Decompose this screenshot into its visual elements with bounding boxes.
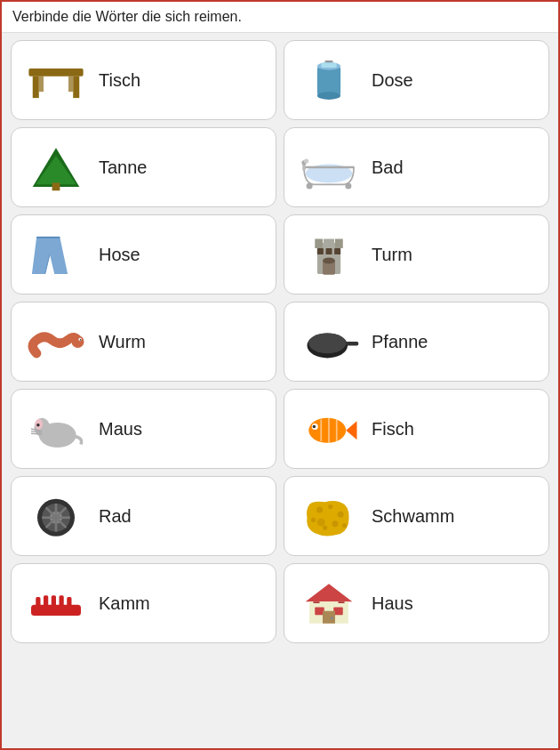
fisch-label: Fisch [372,419,414,440]
card-grid: Tisch Dose Tanne Bad [2,33,558,650]
card-tanne[interactable]: Tanne [11,127,276,207]
dose-label: Dose [372,70,413,91]
card-wurm[interactable]: Wurm [11,302,276,382]
svg-point-31 [72,335,84,348]
svg-point-16 [345,183,351,190]
svg-rect-1 [33,77,39,99]
card-fisch[interactable]: Fisch [284,389,549,469]
haus-label: Haus [372,593,413,614]
svg-rect-8 [321,63,337,68]
svg-rect-24 [335,239,343,249]
svg-marker-11 [36,156,76,184]
svg-rect-70 [60,595,64,606]
svg-rect-78 [314,601,320,603]
haus-icon [293,572,364,634]
bad-label: Bad [372,157,404,178]
svg-rect-71 [67,597,71,607]
card-hose[interactable]: Hose [11,214,276,294]
dose-icon [293,49,364,111]
hose-icon [20,223,92,286]
card-pfanne[interactable]: Pfanne [284,302,549,382]
svg-point-7 [317,92,340,100]
card-bad[interactable]: Bad [284,127,549,207]
svg-point-19 [304,158,308,163]
svg-rect-30 [326,248,332,254]
card-dose[interactable]: Dose [284,40,549,120]
bad-icon [293,136,364,198]
svg-line-43 [31,433,42,434]
svg-rect-29 [334,248,340,254]
rad-label: Rad [99,506,132,527]
svg-point-59 [328,504,332,509]
svg-point-44 [308,418,346,443]
hose-label: Hose [99,245,140,265]
svg-rect-5 [317,66,340,95]
rad-icon [20,485,92,547]
tisch-icon [20,49,92,111]
tisch-label: Tisch [99,70,140,91]
svg-rect-69 [52,595,56,606]
svg-point-63 [323,526,327,530]
instruction-text: Verbinde die Wörter die sich reimen. [12,9,242,24]
svg-rect-67 [36,597,40,607]
maus-label: Maus [99,419,142,440]
instruction-header: Verbinde die Wörter die sich reimen. [2,2,558,33]
card-kamm[interactable]: Kamm [11,563,276,643]
card-maus[interactable]: Maus [11,389,276,469]
fisch-icon [293,398,364,460]
svg-rect-66 [31,605,81,616]
svg-rect-0 [28,69,83,77]
schwamm-label: Schwamm [372,506,454,527]
svg-point-33 [80,339,82,341]
svg-rect-25 [324,239,334,246]
card-haus[interactable]: Haus [284,563,549,643]
kamm-icon [20,572,92,634]
card-turm[interactable]: Turm [284,214,549,294]
wurm-icon [20,310,92,373]
turm-label: Turm [372,245,412,265]
schwamm-icon [293,485,364,547]
svg-point-65 [317,519,325,527]
turm-icon [293,223,364,286]
svg-rect-23 [315,239,323,249]
svg-rect-3 [39,77,44,93]
svg-point-77 [331,617,334,620]
svg-point-60 [338,512,344,518]
pfanne-icon [293,310,364,373]
svg-rect-28 [317,248,324,254]
card-tisch[interactable]: Tisch [11,40,276,120]
svg-point-40 [36,423,40,427]
pfanne-label: Pfanne [372,332,428,352]
card-rad[interactable]: Rad [11,476,276,556]
svg-marker-72 [306,584,353,601]
tanne-label: Tanne [99,157,148,178]
kamm-label: Kamm [99,593,150,614]
svg-point-35 [308,333,346,353]
card-schwamm[interactable]: Schwamm [284,476,549,556]
svg-rect-36 [346,342,358,345]
svg-rect-68 [44,595,48,606]
svg-point-15 [307,183,313,190]
svg-rect-17 [302,165,306,171]
svg-point-64 [342,523,347,528]
svg-point-62 [332,520,339,527]
svg-rect-4 [68,77,73,93]
maus-icon [20,398,92,460]
svg-point-46 [313,425,316,429]
svg-point-27 [323,258,335,264]
svg-point-58 [316,507,323,513]
svg-point-61 [311,518,316,522]
svg-rect-79 [339,601,345,603]
wurm-label: Wurm [99,332,146,352]
svg-rect-12 [52,183,60,191]
tanne-icon [20,136,92,198]
svg-rect-2 [73,77,79,99]
